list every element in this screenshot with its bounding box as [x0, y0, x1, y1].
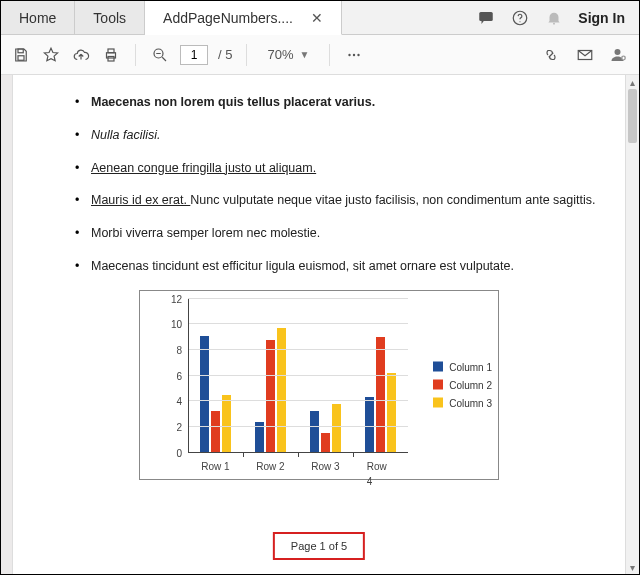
list-item: Mauris id ex erat. Nunc vulputate neque … [75, 191, 597, 210]
bar-chart: 024681012 Row 1Row 2Row 3Row 4 Column 1C… [139, 290, 499, 480]
x-axis: Row 1Row 2Row 3Row 4 [188, 453, 408, 479]
page-footer-highlight: Page 1 of 5 [273, 532, 365, 561]
y-tick-label: 12 [171, 291, 182, 306]
star-icon[interactable] [41, 45, 61, 65]
sign-in-button[interactable]: Sign In [578, 10, 625, 26]
help-icon[interactable] [510, 8, 530, 28]
legend-item: Column 2 [433, 377, 492, 392]
x-tick-label: Row 2 [256, 459, 284, 474]
svg-rect-7 [108, 49, 114, 53]
svg-point-14 [615, 49, 621, 55]
zoom-out-icon[interactable] [150, 45, 170, 65]
y-tick-label: 2 [176, 419, 182, 434]
zoom-dropdown[interactable]: 70% ▼ [261, 47, 315, 62]
mail-icon[interactable] [575, 45, 595, 65]
x-tick-label: Row 1 [201, 459, 229, 474]
svg-point-3 [553, 22, 555, 24]
x-tick-label: Row 3 [311, 459, 339, 474]
tab-document[interactable]: AddPageNumbers.... ✕ [145, 1, 342, 35]
y-tick-label: 0 [176, 445, 182, 460]
y-tick-label: 8 [176, 342, 182, 357]
svg-rect-8 [108, 56, 114, 61]
add-person-icon[interactable] [609, 45, 629, 65]
y-axis: 024681012 [140, 299, 188, 453]
bar [376, 337, 386, 453]
bar [387, 373, 397, 453]
svg-point-2 [520, 21, 521, 22]
legend-item: Column 3 [433, 395, 492, 410]
text: Nunc vulputate neque vitae justo facilis… [190, 193, 595, 207]
toolbar: / 5 70% ▼ [1, 35, 639, 75]
bar [321, 433, 331, 452]
x-tick-label: Row 4 [367, 459, 395, 489]
more-icon[interactable] [344, 45, 364, 65]
save-icon[interactable] [11, 45, 31, 65]
document-viewport: Maecenas non lorem quis tellus placerat … [1, 75, 639, 574]
document-page: Maecenas non lorem quis tellus placerat … [13, 75, 625, 574]
svg-rect-0 [480, 12, 494, 21]
legend-swatch [433, 380, 443, 390]
text: Mauris id ex erat. [91, 193, 190, 207]
bar [222, 395, 232, 453]
text: Aenean congue fringilla justo ut aliquam… [91, 161, 316, 175]
legend-swatch [433, 398, 443, 408]
list-item: Morbi viverra semper lorem nec molestie. [75, 224, 597, 243]
chevron-down-icon: ▼ [300, 49, 310, 60]
bar [310, 411, 320, 452]
y-tick-label: 4 [176, 394, 182, 409]
tab-home[interactable]: Home [1, 1, 75, 34]
bar [200, 336, 210, 453]
scroll-down-icon[interactable]: ▾ [626, 560, 639, 574]
page-total-label: / 5 [218, 47, 232, 62]
svg-point-10 [349, 53, 351, 55]
tab-tools[interactable]: Tools [75, 1, 145, 34]
bar [266, 340, 276, 453]
legend-label: Column 2 [449, 377, 492, 392]
bullet-list: Maecenas non lorem quis tellus placerat … [41, 93, 597, 276]
scroll-up-icon[interactable]: ▴ [626, 75, 639, 89]
svg-point-11 [353, 53, 355, 55]
legend-swatch [433, 362, 443, 372]
legend-item: Column 1 [433, 359, 492, 374]
zoom-value: 70% [267, 47, 293, 62]
print-icon[interactable] [101, 45, 121, 65]
legend-label: Column 1 [449, 359, 492, 374]
legend-label: Column 3 [449, 395, 492, 410]
text: Maecenas tincidunt est efficitur ligula … [91, 259, 514, 273]
page-number-input[interactable] [180, 45, 208, 65]
y-tick-label: 10 [171, 317, 182, 332]
comment-icon[interactable] [476, 8, 496, 28]
bell-icon[interactable] [544, 8, 564, 28]
left-rail[interactable] [1, 75, 13, 574]
svg-point-12 [358, 53, 360, 55]
text: Nulla facilisi. [91, 128, 160, 142]
y-tick-label: 6 [176, 368, 182, 383]
cloud-upload-icon[interactable] [71, 45, 91, 65]
link-icon[interactable] [541, 45, 561, 65]
scroll-thumb[interactable] [628, 89, 637, 143]
text: Maecenas non lorem quis tellus placerat … [91, 95, 375, 109]
list-item: Maecenas non lorem quis tellus placerat … [75, 93, 597, 112]
svg-rect-4 [18, 49, 23, 53]
vertical-scrollbar[interactable]: ▴ ▾ [625, 75, 639, 574]
bar [332, 404, 342, 453]
close-tab-icon[interactable]: ✕ [311, 10, 323, 26]
bar [211, 411, 221, 452]
bar [277, 328, 287, 452]
list-item: Nulla facilisi. [75, 126, 597, 145]
tab-document-label: AddPageNumbers.... [163, 10, 293, 26]
list-item: Maecenas tincidunt est efficitur ligula … [75, 257, 597, 276]
list-item: Aenean congue fringilla justo ut aliquam… [75, 159, 597, 178]
tab-strip: Home Tools AddPageNumbers.... ✕ [1, 1, 342, 34]
legend: Column 1Column 2Column 3 [433, 356, 492, 413]
title-bar: Home Tools AddPageNumbers.... ✕ Sign In [1, 1, 639, 35]
plot-area [188, 299, 408, 453]
text: Morbi viverra semper lorem nec molestie. [91, 226, 320, 240]
svg-rect-5 [18, 55, 24, 60]
